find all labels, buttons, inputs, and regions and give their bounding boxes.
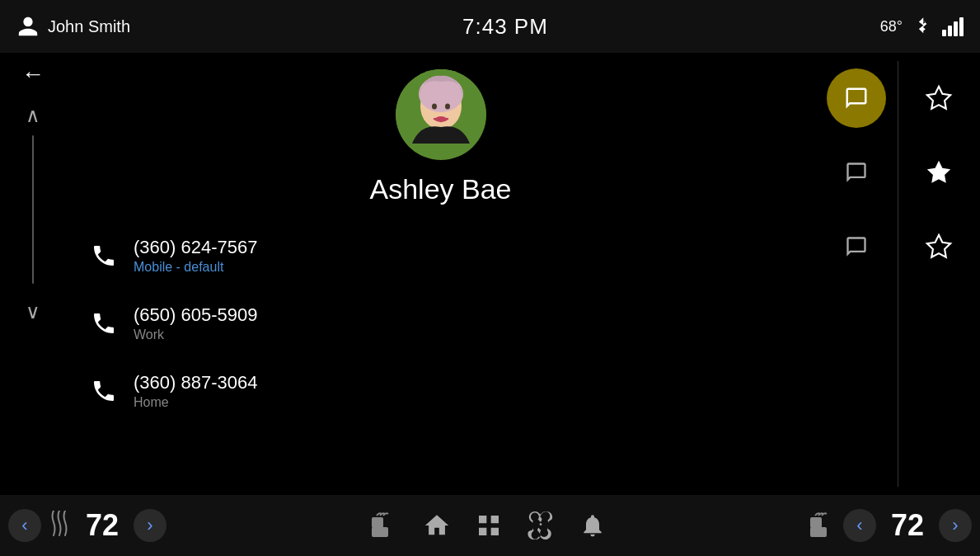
action-row-1 [815, 135, 898, 210]
svg-marker-6 [927, 87, 950, 109]
contact-avatar [396, 69, 486, 160]
message-button-0[interactable] [827, 68, 886, 128]
phone-details-2: (360) 887-3064 Home [134, 372, 815, 410]
phone-label-2: Home [134, 395, 815, 410]
grid-icon[interactable] [476, 512, 502, 539]
phone-entry-1[interactable]: (650) 605-5909 Work [66, 290, 815, 357]
phone-icon-0 [91, 243, 117, 269]
svg-rect-12 [810, 517, 822, 528]
message-button-1[interactable] [827, 143, 886, 202]
phone-icon-2 [91, 378, 117, 404]
message-icon-2 [845, 235, 868, 258]
message-icon-1 [845, 161, 868, 184]
left-temp-increase[interactable]: › [134, 509, 166, 542]
contact-name: Ashley Bae [370, 173, 512, 205]
star-row-0 [898, 61, 981, 135]
signal-icon [942, 17, 964, 36]
star-row-1 [898, 135, 981, 210]
bluetooth-icon [914, 16, 931, 37]
svg-rect-10 [372, 517, 383, 528]
action-column-msg [815, 53, 898, 495]
phone-label-1: Work [134, 327, 815, 342]
right-seat-heat-icon[interactable] [807, 511, 837, 540]
status-right: 68° [880, 16, 964, 37]
right-temp-increase[interactable]: › [939, 509, 972, 542]
bottom-bar: ‹ 72 › [0, 495, 980, 556]
right-temp-value: 72 [883, 508, 932, 543]
star-icon-1 [925, 158, 953, 186]
svg-marker-7 [927, 161, 950, 183]
star-row-2 [898, 210, 981, 284]
action-row-0 [815, 61, 898, 135]
svg-rect-9 [372, 527, 388, 537]
star-icon-2 [925, 233, 953, 261]
phone-number-0: (360) 624-7567 [134, 237, 815, 258]
svg-point-3 [432, 104, 437, 110]
scroll-track [32, 135, 34, 284]
message-button-2[interactable] [827, 217, 886, 276]
svg-marker-8 [927, 235, 950, 257]
svg-point-4 [445, 104, 450, 110]
message-icon-0 [844, 86, 869, 111]
bell-icon[interactable] [579, 512, 606, 539]
status-bar: John Smith 7:43 PM 68° [0, 0, 980, 53]
back-button[interactable]: ← [21, 61, 45, 87]
person-icon [16, 15, 40, 38]
seat-heat-icon[interactable] [368, 511, 398, 540]
phone-details-1: (650) 605-5909 Work [134, 304, 815, 342]
temperature-display: 68° [880, 18, 903, 35]
scroll-down-button[interactable]: ∨ [26, 300, 40, 323]
fan-icon[interactable] [527, 511, 555, 540]
status-left: John Smith [16, 15, 130, 38]
star-icon-0 [925, 84, 953, 112]
action-row-2 [815, 210, 898, 284]
contact-detail: Ashley Bae (360) 624-7567 Mobile - defau… [66, 53, 815, 495]
action-column-star [898, 53, 981, 495]
left-temp-control: ‹ 72 › [8, 508, 166, 543]
svg-point-5 [435, 116, 447, 121]
left-temp-decrease[interactable]: ‹ [8, 509, 41, 542]
phone-number-2: (360) 887-3064 [134, 372, 815, 393]
avatar-svg [396, 69, 486, 160]
status-time: 7:43 PM [462, 14, 548, 40]
left-sidebar: ← ∧ ∨ [0, 53, 66, 495]
user-name: John Smith [48, 17, 130, 36]
right-temp-control: ‹ 72 › [807, 508, 972, 543]
phone-details-0: (360) 624-7567 Mobile - default [134, 237, 815, 275]
phone-number-1: (650) 605-5909 [134, 304, 815, 326]
nav-icons [368, 511, 606, 540]
star-button-0[interactable] [918, 78, 959, 119]
right-temp-decrease[interactable]: ‹ [843, 509, 876, 542]
avatar-photo [396, 69, 486, 160]
scroll-up-button[interactable]: ∧ [26, 104, 40, 127]
main-content: ← ∧ ∨ [0, 53, 980, 495]
phone-icon-1 [91, 310, 117, 337]
right-panel [815, 53, 980, 495]
left-heat-icon [48, 511, 71, 540]
svg-rect-11 [810, 527, 827, 537]
phone-entry-2[interactable]: (360) 887-3064 Home [66, 357, 815, 425]
phone-label-0: Mobile - default [134, 260, 815, 275]
phone-list: (360) 624-7567 Mobile - default (650) 60… [66, 222, 815, 425]
home-icon[interactable] [423, 511, 451, 540]
phone-entry-0[interactable]: (360) 624-7567 Mobile - default [66, 222, 815, 290]
left-temp-value: 72 [77, 508, 127, 543]
star-button-1[interactable] [918, 152, 959, 193]
star-button-2[interactable] [918, 226, 959, 267]
